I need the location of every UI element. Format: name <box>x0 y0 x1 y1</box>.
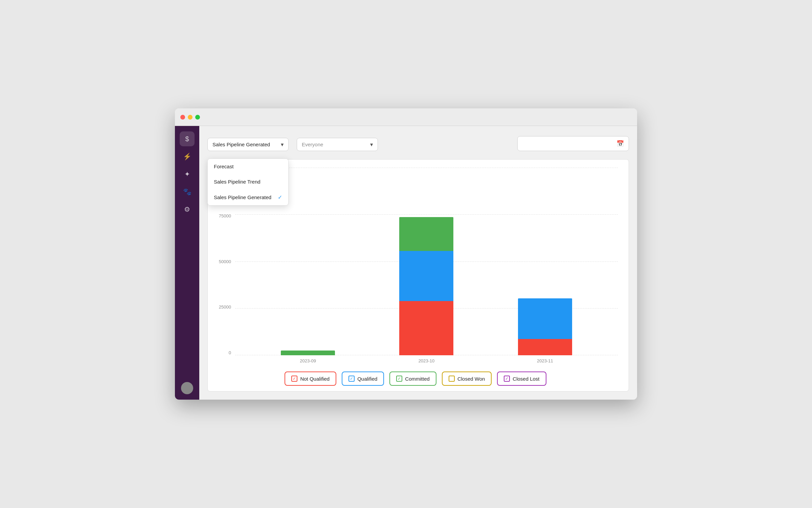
bars-area <box>235 168 618 355</box>
x-label-2023-09: 2023-09 <box>300 358 316 363</box>
x-labels: 2023-092023-102023-11 <box>235 355 618 366</box>
check-icon: ✓ <box>278 194 282 200</box>
legend-label-committed: Committed <box>405 376 430 382</box>
dropdown-item-generated[interactable]: Sales Pipeline Generated ✓ <box>208 189 288 205</box>
x-label-group-2023-10: 2023-10 <box>392 358 460 364</box>
legend-item-not-qualified[interactable]: ✓Not Qualified <box>285 372 336 386</box>
app-body: $ ⚡ ✦ 🐾 ⚙ <box>175 126 637 400</box>
legend-label-closed-won: Closed Won <box>457 376 485 382</box>
stacked-bar-2023-09 <box>281 351 335 355</box>
bar-group-2023-09 <box>274 351 342 355</box>
app-window: $ ⚡ ✦ 🐾 ⚙ <box>175 108 637 400</box>
y-label-50k: 50000 <box>219 259 231 264</box>
main-content: Sales Pipeline Generated Forecast Sales … <box>199 126 637 400</box>
legend-item-qualified[interactable]: ✓Qualified <box>342 372 384 386</box>
report-select[interactable]: Sales Pipeline Generated Forecast Sales … <box>207 138 289 151</box>
bar-segment-qualified <box>518 298 572 339</box>
controls-row: Sales Pipeline Generated Forecast Sales … <box>207 134 629 151</box>
minimize-button[interactable] <box>188 115 193 120</box>
date-input-wrapper[interactable]: 📅 <box>517 136 629 151</box>
x-label-2023-11: 2023-11 <box>537 358 553 363</box>
bar-segment-committed <box>399 217 453 251</box>
bar-group-2023-11 <box>511 298 579 355</box>
legend-item-closed-lost[interactable]: ✓Closed Lost <box>497 372 546 386</box>
x-label-group-2023-09: 2023-09 <box>274 358 342 364</box>
legend-label-not-qualified: Not Qualified <box>300 376 330 382</box>
sidebar-item-sliders[interactable]: ⚙ <box>180 202 195 217</box>
user-control-group: Everyone ▼ <box>297 136 378 151</box>
report-control-group: Sales Pipeline Generated Forecast Sales … <box>207 136 289 151</box>
legend-checkbox-not-qualified[interactable]: ✓ <box>291 376 297 382</box>
bar-segment-not_qualified <box>399 301 453 355</box>
y-label-0: 0 <box>229 350 231 355</box>
sidebar-item-sparkle[interactable]: ✦ <box>180 167 195 182</box>
user-select-wrapper: Everyone ▼ <box>297 138 378 151</box>
close-button[interactable] <box>180 115 185 120</box>
storm-icon: ⚡ <box>183 152 191 161</box>
legend-checkbox-closed-won[interactable] <box>449 376 455 382</box>
dropdown-item-forecast[interactable]: Forecast <box>208 159 288 174</box>
sidebar-item-dollar[interactable]: $ <box>180 131 195 146</box>
bar-segment-not_qualified <box>518 339 572 355</box>
sidebar-item-paw[interactable]: 🐾 <box>180 184 195 199</box>
chart-plot: 2023-092023-102023-11 <box>235 168 618 366</box>
stacked-bar-2023-10 <box>399 217 453 355</box>
legend: ✓Not Qualified✓Qualified✓CommittedClosed… <box>213 372 618 386</box>
date-control-group: 📅 <box>517 134 629 151</box>
legend-item-committed[interactable]: ✓Committed <box>389 372 436 386</box>
legend-label-closed-lost: Closed Lost <box>513 376 539 382</box>
traffic-lights <box>180 115 200 120</box>
sliders-icon: ⚙ <box>184 205 190 213</box>
dropdown-item-forecast-label: Forecast <box>214 164 233 169</box>
sidebar-item-storm[interactable]: ⚡ <box>180 149 195 164</box>
x-label-group-2023-11: 2023-11 <box>511 358 579 364</box>
dropdown-item-trend[interactable]: Sales Pipeline Trend <box>208 174 288 189</box>
title-bar <box>175 108 637 126</box>
legend-checkbox-qualified[interactable]: ✓ <box>348 376 355 382</box>
x-label-2023-10: 2023-10 <box>419 358 435 363</box>
paw-icon: 🐾 <box>183 188 191 196</box>
sidebar-bottom <box>181 382 193 394</box>
dropdown-menu: Forecast Sales Pipeline Trend Sales Pipe… <box>207 158 289 206</box>
legend-label-qualified: Qualified <box>357 376 377 382</box>
stacked-bar-2023-11 <box>518 298 572 355</box>
dropdown-item-trend-label: Sales Pipeline Trend <box>214 179 261 185</box>
calendar-icon[interactable]: 📅 <box>616 140 624 147</box>
sparkle-icon: ✦ <box>184 170 190 178</box>
legend-item-closed-won[interactable]: Closed Won <box>442 372 492 386</box>
dropdown-item-generated-label: Sales Pipeline Generated <box>214 194 271 200</box>
user-avatar[interactable] <box>181 382 193 394</box>
legend-checkbox-committed[interactable]: ✓ <box>396 376 402 382</box>
report-select-wrapper: Sales Pipeline Generated Forecast Sales … <box>207 138 289 151</box>
sidebar: $ ⚡ ✦ 🐾 ⚙ <box>175 126 199 400</box>
legend-checkbox-closed-lost[interactable]: ✓ <box>504 376 510 382</box>
bar-segment-qualified <box>399 251 453 301</box>
y-label-75k: 75000 <box>219 213 231 218</box>
user-select[interactable]: Everyone <box>297 138 378 151</box>
bar-group-2023-10 <box>392 217 460 355</box>
bar-segment-committed <box>281 351 335 355</box>
maximize-button[interactable] <box>195 115 200 120</box>
y-label-25k: 25000 <box>219 304 231 310</box>
dollar-icon: $ <box>185 135 189 143</box>
